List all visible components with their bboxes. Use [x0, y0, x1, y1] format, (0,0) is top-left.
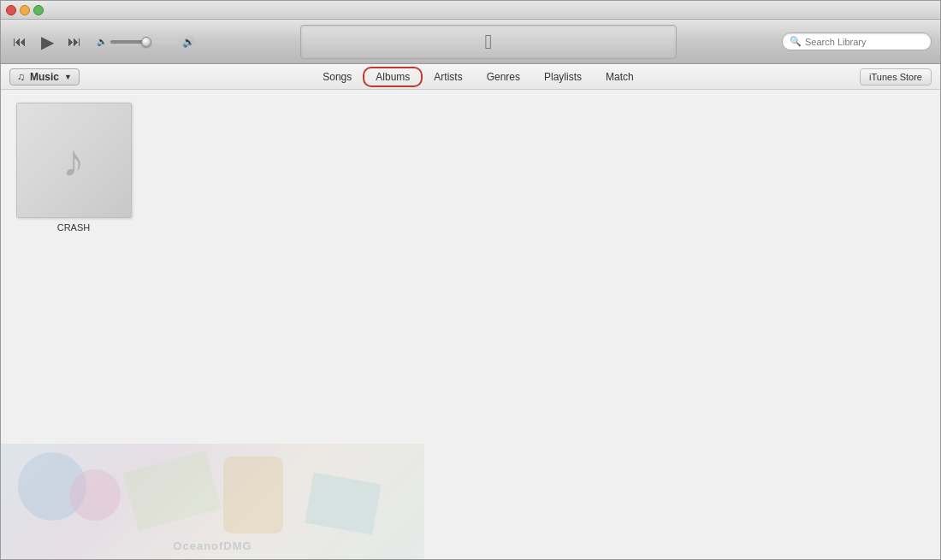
nav-tabs: Songs Albums Artists Genres Playlists Ma…	[97, 68, 860, 86]
tab-genres[interactable]: Genres	[475, 68, 532, 86]
itunes-store-button[interactable]: iTunes Store	[860, 68, 932, 85]
search-icon: 🔍	[790, 36, 802, 47]
title-bar	[1, 1, 940, 20]
play-icon: ▶	[41, 32, 54, 52]
volume-low-icon: 🔈	[97, 37, 107, 46]
tab-playlists[interactable]: Playlists	[532, 68, 594, 86]
search-input[interactable]	[805, 37, 924, 47]
now-playing-area: 	[204, 25, 773, 59]
nav-bar: ♫ Music ▼ Songs Albums Artists Genres Pl…	[1, 64, 940, 90]
album-grid: ♪ CRASH	[14, 103, 927, 233]
search-box[interactable]: 🔍	[782, 32, 932, 50]
forward-button[interactable]: ⏭	[64, 32, 85, 52]
apple-logo-container: 	[300, 25, 677, 59]
close-button[interactable]	[6, 5, 16, 15]
play-button[interactable]: ▶	[37, 32, 57, 52]
album-title-crash: CRASH	[57, 222, 91, 233]
source-selector[interactable]: ♫ Music ▼	[9, 68, 80, 85]
itunes-store-label: iTunes Store	[869, 72, 922, 82]
minimize-button[interactable]	[20, 5, 30, 15]
window-controls	[6, 5, 44, 15]
album-art-crash: ♪	[16, 103, 132, 218]
source-dropdown-icon: ▼	[64, 73, 72, 81]
volume-slider[interactable]: 🔈 🔊	[97, 36, 195, 48]
volume-high-icon: 🔊	[182, 36, 195, 48]
watermark-logo: OceanofDMG	[173, 539, 252, 552]
tab-albums[interactable]: Albums	[364, 68, 422, 86]
source-label: Music	[30, 71, 59, 83]
watermark-content: OceanofDMG	[1, 444, 424, 559]
main-content: ♪ CRASH OceanofDMG	[1, 90, 940, 559]
tab-match[interactable]: Match	[594, 68, 646, 86]
rewind-button[interactable]: ⏮	[9, 32, 30, 52]
itunes-window: ⏮ ▶ ⏭ 🔈 🔊  🔍	[0, 0, 941, 560]
volume-track[interactable]	[110, 40, 179, 44]
album-art-inner: ♪	[17, 103, 131, 217]
tab-artists[interactable]: Artists	[422, 68, 474, 86]
watermark-overlay: OceanofDMG	[1, 444, 424, 559]
tab-songs[interactable]: Songs	[311, 68, 364, 86]
forward-icon: ⏭	[68, 34, 81, 50]
album-item-crash[interactable]: ♪ CRASH	[14, 103, 133, 233]
apple-logo-icon: 	[485, 30, 493, 54]
default-album-icon: ♪	[62, 135, 85, 186]
toolbar: ⏮ ▶ ⏭ 🔈 🔊  🔍	[1, 20, 940, 64]
search-area: 🔍	[782, 32, 932, 50]
rewind-icon: ⏮	[13, 34, 27, 50]
maximize-button[interactable]	[33, 5, 44, 15]
music-note-icon: ♫	[17, 71, 25, 83]
transport-controls: ⏮ ▶ ⏭	[9, 32, 85, 52]
volume-thumb[interactable]	[141, 37, 151, 47]
